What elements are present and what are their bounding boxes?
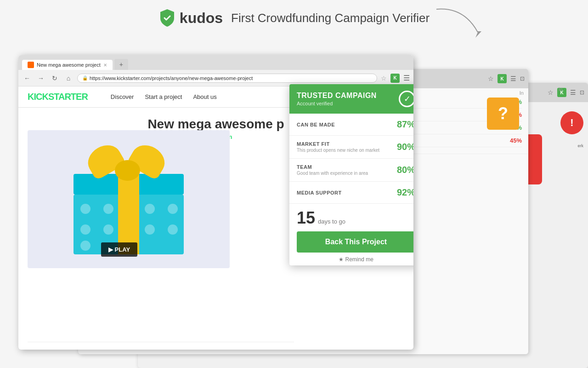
metric-team: TEAM Good team with experience in area 8… <box>289 159 413 182</box>
tab-close-button[interactable]: ✕ <box>103 63 107 68</box>
in-label-second: In <box>520 90 524 96</box>
bar-icons-third: ☆ K ☰ ⊡ <box>548 88 584 97</box>
project-media: ▶ PLAY <box>28 130 230 268</box>
forward-nav-button[interactable]: → <box>36 75 46 82</box>
address-bar[interactable]: 🔒 https://www.kickstarter.com/projects/a… <box>77 74 377 83</box>
metric-team-text: TEAM Good team with experience in area <box>297 164 368 176</box>
kudos-trusted-header: TRUSTED CAMPAIGN Account verified ✓ <box>289 84 413 114</box>
chrome-menu-button[interactable]: ☰ <box>403 74 410 82</box>
metric-market-fit: MARKET FIT This product opens new niche … <box>289 136 413 159</box>
popup-backing-section: 15 days to go Back This Project ★ Remind… <box>289 203 413 265</box>
browsers-wrapper: ☆ K ☰ ⊡ ons that liters n is ice. <box>18 55 570 363</box>
trusted-subtitle: Account verified <box>297 101 377 106</box>
menu-icon-third: ☰ <box>570 89 576 96</box>
bow-center <box>115 160 140 181</box>
dot-6 <box>103 224 113 235</box>
tab-favicon <box>28 62 34 68</box>
expand-icon-second: ⊡ <box>520 75 525 82</box>
svg-marker-0 <box>475 31 481 38</box>
dot-7 <box>145 224 155 235</box>
dot-3 <box>145 204 155 214</box>
tab-title: New mega awesome project <box>37 62 101 68</box>
metric-can-be-made-pct: 87% <box>397 119 413 130</box>
days-number: 15 <box>297 208 315 228</box>
dot-8 <box>168 224 178 235</box>
kudos-logo: kudos First Crowdfunding Campaign Verifi… <box>158 8 430 28</box>
back-nav-button[interactable]: ← <box>22 75 32 82</box>
menu-icon-second: ☰ <box>510 75 516 82</box>
metric-team-pct: 80% <box>397 165 413 175</box>
gift-illustration: ▶ PLAY <box>51 135 207 264</box>
metric-media-support-pct: 92% <box>397 187 413 198</box>
star-icon-third: ☆ <box>548 89 554 96</box>
star-icon-second: ☆ <box>488 75 494 82</box>
metric-pct-4: 45% <box>510 137 522 144</box>
project-title-text: New mega awesome p <box>147 117 284 131</box>
kudos-tagline: First Crowdfunding Campaign Verifier <box>231 11 430 25</box>
home-nav-button[interactable]: ⌂ <box>63 75 74 82</box>
play-button[interactable]: ▶ PLAY <box>101 242 137 257</box>
kudos-brand-name: kudos <box>180 10 223 27</box>
metric-media-support-text: MEDIA SUPPORT <box>297 190 342 196</box>
metric-media-support: MEDIA SUPPORT 92% <box>289 182 413 203</box>
arrow-decoration <box>432 5 487 43</box>
dot-1 <box>80 204 90 214</box>
metric-market-fit-label: MARKET FIT <box>297 141 379 147</box>
trusted-check-icon: ✓ <box>399 91 413 107</box>
metric-team-label: TEAM <box>297 164 368 170</box>
metric-media-support-label: MEDIA SUPPORT <box>297 190 342 196</box>
metric-can-be-made-text: CAN BE MADE <box>297 122 335 127</box>
lock-icon: 🔒 <box>82 75 88 80</box>
metric-can-be-made: CAN BE MADE 87% <box>289 114 413 136</box>
browser-main: New mega awesome project ✕ + ← → ↻ ⌂ 🔒 h… <box>18 55 413 350</box>
bookmark-icon[interactable]: ☆ <box>381 75 387 82</box>
warning-exclamation-badge: ! <box>560 111 583 134</box>
new-tab-button[interactable]: + <box>114 59 128 70</box>
nav-start-project[interactable]: Start a project <box>145 93 182 100</box>
address-text: https://www.kickstarter.com/projects/any… <box>90 75 253 81</box>
metric-can-be-made-label: CAN BE MADE <box>297 122 335 127</box>
back-this-project-button[interactable]: Back This Project <box>297 231 413 253</box>
active-tab[interactable]: New mega awesome project ✕ <box>22 60 113 70</box>
refresh-nav-button[interactable]: ↻ <box>50 75 60 82</box>
nav-about-us[interactable]: About us <box>193 93 216 100</box>
metric-market-fit-pct: 90% <box>397 142 413 152</box>
expand-icon-third: ⊡ <box>580 89 584 96</box>
nav-discover[interactable]: Discover <box>111 93 134 100</box>
uncertain-question-mark: ? <box>498 104 508 123</box>
kudos-badge-second: K <box>498 74 507 83</box>
kudos-popup: TRUSTED CAMPAIGN Account verified ✓ CAN … <box>289 84 413 265</box>
dot-9 <box>80 241 90 251</box>
third-right-col: ! erk <box>547 107 583 184</box>
dot-4 <box>168 204 178 214</box>
backing-footer <box>28 342 294 350</box>
bar-icons-second: ☆ K ☰ ⊡ <box>488 74 525 83</box>
dot-5 <box>80 224 90 235</box>
kudos-extension-badge[interactable]: K <box>390 74 400 83</box>
trusted-title: TRUSTED CAMPAIGN <box>297 92 377 100</box>
days-label: days to go <box>318 218 345 225</box>
remind-me-link[interactable]: ★ Remind me <box>297 256 413 263</box>
ks-nav: Discover Start a project About us <box>111 93 217 100</box>
kickstarter-logo: KICKSTARTER <box>28 92 88 102</box>
play-button-label: ▶ PLAY <box>108 246 130 253</box>
dot-2 <box>103 204 113 214</box>
trusted-header-text: TRUSTED CAMPAIGN Account verified <box>297 92 377 106</box>
kudos-shield-icon <box>158 8 176 28</box>
metric-market-fit-sub: This product opens new niche on market <box>297 148 379 153</box>
metric-market-fit-text: MARKET FIT This product opens new niche … <box>297 141 379 153</box>
uncertain-badge: ? <box>487 98 519 130</box>
days-to-go: 15 days to go <box>297 208 413 228</box>
metric-team-sub: Good team with experience in area <box>297 171 368 176</box>
third-perk-label: erk <box>547 144 583 148</box>
page-header: kudos First Crowdfunding Campaign Verifi… <box>0 0 588 32</box>
tab-bar: New mega awesome project ✕ + <box>18 55 413 70</box>
